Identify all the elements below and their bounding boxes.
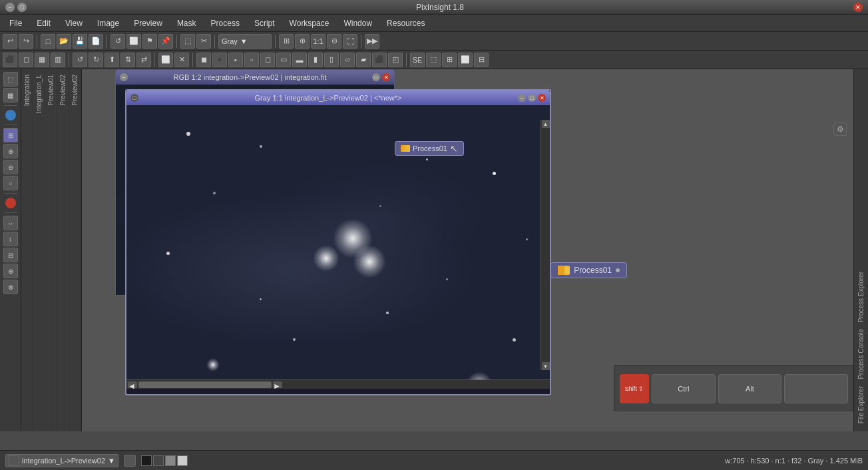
settings-icon[interactable]: ⚙ (833, 122, 847, 136)
tool19-btn[interactable]: ▮ (308, 53, 323, 67)
star-11 (260, 298, 262, 300)
gray-max[interactable]: □ (528, 94, 536, 102)
menu-file[interactable]: File (3, 17, 29, 30)
left-tool1[interactable]: ⬚ (3, 72, 18, 87)
alt-key[interactable]: Alt (718, 374, 782, 403)
tool15-btn[interactable]: ▫ (244, 53, 259, 67)
open-btn[interactable]: 📂 (57, 34, 71, 49)
left-sep1 (4, 105, 17, 106)
tool9-btn[interactable]: ⇄ (136, 53, 151, 67)
star-3 (313, 245, 339, 272)
tool26-btn[interactable]: ⊞ (442, 53, 457, 67)
target-dropdown[interactable]: integration_L->Preview02 ▼ (5, 454, 118, 467)
color-dropdown[interactable]: Gray ▼ (218, 34, 272, 49)
redo-btn[interactable]: ↪ (19, 34, 33, 49)
gray-window[interactable]: □ Gray 1:1 integration_L->Preview02 | <*… (125, 89, 551, 395)
tool6-btn[interactable]: ↻ (89, 53, 103, 67)
script-ed-btn[interactable]: SE (410, 53, 425, 67)
rgb-restore[interactable]: □ (372, 73, 380, 81)
zoom-fit-btn[interactable]: ⊞ (279, 34, 294, 49)
scroll-down[interactable]: ▼ (542, 362, 550, 370)
h-scroll-left[interactable]: ◄ (128, 381, 137, 388)
more-btn[interactable]: ▶▶ (365, 34, 379, 49)
menu-edit[interactable]: Edit (30, 17, 57, 30)
tool5-btn[interactable]: ↺ (73, 53, 87, 67)
rgb-close[interactable]: ✕ (382, 73, 390, 81)
left-tool2[interactable]: ▦ (3, 88, 18, 103)
tool27-btn[interactable]: ⬜ (458, 53, 473, 67)
tool24-btn[interactable]: ◰ (388, 53, 403, 67)
new-btn[interactable]: □ (41, 34, 55, 49)
tool3-btn[interactable]: ▦ (35, 53, 49, 67)
tool4-btn[interactable]: ▥ (51, 53, 65, 67)
gray-close[interactable]: ✕ (538, 94, 546, 102)
process-node[interactable]: Process01 (550, 262, 627, 278)
left-tool11[interactable]: ⊗ (3, 280, 18, 294)
menu-view[interactable]: View (59, 17, 89, 30)
menu-workspace[interactable]: Workspace (283, 17, 336, 30)
tool2-btn[interactable]: ◻ (19, 53, 33, 67)
tool10-btn[interactable]: ⬜ (158, 53, 173, 67)
tool22-btn[interactable]: ▰ (356, 53, 371, 67)
h-scroll-thumb[interactable] (138, 381, 272, 388)
left-tool3[interactable]: ⊞ (3, 128, 18, 142)
tool16-btn[interactable]: ◻ (260, 53, 275, 67)
close-btn[interactable]: ✕ (853, 3, 863, 12)
maximize-btn[interactable]: □ (17, 3, 27, 12)
undo-btn[interactable]: ↩ (3, 34, 17, 49)
star-14 (166, 252, 170, 255)
tool13-btn[interactable]: ◾ (212, 53, 227, 67)
gray-min[interactable]: − (518, 94, 526, 102)
tool7-btn[interactable]: ⬆ (105, 53, 119, 67)
zoom-in-btn[interactable]: ⊕ (295, 34, 310, 49)
extra-key[interactable] (784, 374, 848, 403)
menu-resources[interactable]: Resources (380, 17, 431, 30)
v-scrollbar[interactable]: ▲ ▼ (541, 120, 550, 370)
left-tool6[interactable]: ○ (3, 176, 18, 190)
save-btn[interactable]: 💾 (73, 34, 87, 49)
left-tool5[interactable]: ⊖ (3, 160, 18, 174)
process-tab[interactable]: Process01 ↖ (395, 141, 464, 156)
ctrl-key[interactable]: Ctrl (652, 374, 716, 403)
tool18-btn[interactable]: ▬ (292, 53, 307, 67)
menu-preview[interactable]: Preview (127, 17, 169, 30)
tool23-btn[interactable]: ⬛ (372, 53, 387, 67)
menu-script[interactable]: Script (248, 17, 282, 30)
modifier-key[interactable]: Shift ⇧ (620, 374, 649, 403)
tool11-btn[interactable]: ✕ (174, 53, 189, 67)
tool28-btn[interactable]: ⊟ (474, 53, 489, 67)
restore-btn[interactable]: ⬜ (126, 34, 141, 49)
tool20-btn[interactable]: ▯ (324, 53, 339, 67)
pin-btn[interactable]: 📌 (158, 34, 173, 49)
left-tool10[interactable]: ⊕ (3, 264, 18, 278)
reset-btn[interactable]: ↺ (110, 34, 125, 49)
flag-btn[interactable]: ⚑ (142, 34, 157, 49)
status-icon-sq[interactable] (124, 455, 136, 467)
zoom-11-btn[interactable]: 1:1 (311, 34, 326, 49)
saveas-btn[interactable]: 📄 (89, 34, 103, 49)
select-btn[interactable]: ⬚ (180, 34, 195, 49)
tool8-btn[interactable]: ⇅ (120, 53, 135, 67)
tool14-btn[interactable]: ▪ (228, 53, 243, 67)
left-tool4[interactable]: ⊕ (3, 144, 18, 158)
h-scrollbar[interactable]: ◄ ► (126, 379, 550, 389)
crop-btn[interactable]: ✂ (196, 34, 211, 49)
menu-image[interactable]: Image (91, 17, 126, 30)
left-tool8[interactable]: ↕ (3, 232, 18, 246)
tool1-btn[interactable]: ⬛ (3, 53, 17, 67)
minimize-btn[interactable]: − (5, 3, 15, 12)
zoom-fill-btn[interactable]: ⛶ (343, 34, 357, 49)
tool12-btn[interactable]: ◼ (196, 53, 211, 67)
h-scroll-right[interactable]: ► (273, 381, 282, 388)
tool17-btn[interactable]: ▭ (276, 53, 291, 67)
menu-mask[interactable]: Mask (170, 17, 203, 30)
scroll-up[interactable]: ▲ (542, 120, 550, 128)
left-tool7[interactable]: ↔ (3, 216, 18, 230)
left-tool9[interactable]: ⊟ (3, 248, 18, 262)
rgb-min[interactable]: − (120, 73, 128, 81)
tool21-btn[interactable]: ▱ (340, 53, 355, 67)
menu-window[interactable]: Window (337, 17, 379, 30)
zoom-out-btn[interactable]: ⊖ (327, 34, 341, 49)
menu-process[interactable]: Process (204, 17, 246, 30)
tool25-btn[interactable]: ⬚ (426, 53, 441, 67)
